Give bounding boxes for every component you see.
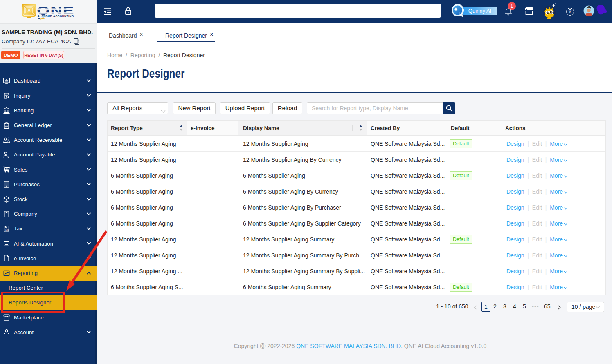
- svg-text:AI CLOUD ACCOUNTING: AI CLOUD ACCOUNTING: [38, 15, 74, 18]
- svg-text:123: 123: [5, 229, 9, 231]
